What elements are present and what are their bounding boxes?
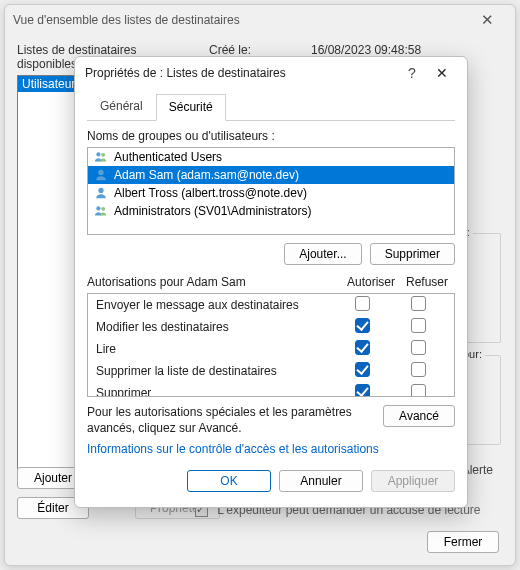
allow-checkbox[interactable] xyxy=(355,384,370,397)
permissions-for-label: Autorisations pour Adam Sam xyxy=(87,275,343,289)
group-icon xyxy=(94,204,108,218)
permissions-list: Envoyer le message aux destinatairesModi… xyxy=(87,293,455,397)
permission-row: Modifier les destinataires xyxy=(88,316,454,338)
principal-row[interactable]: Adam Sam (adam.sam@note.dev) xyxy=(88,166,454,184)
tab-general[interactable]: Général xyxy=(87,93,156,120)
ok-button[interactable]: OK xyxy=(187,470,271,492)
deny-checkbox[interactable] xyxy=(411,296,426,311)
deny-checkbox[interactable] xyxy=(411,340,426,355)
acl-info-link[interactable]: Informations sur le contrôle d'accès et … xyxy=(87,442,379,456)
principal-name: Albert Tross (albert.tross@note.dev) xyxy=(114,186,307,200)
advanced-button[interactable]: Avancé xyxy=(383,405,455,427)
permission-name: Envoyer le message aux destinataires xyxy=(96,298,334,312)
permission-name: Supprimer la liste de destinataires xyxy=(96,364,334,378)
allow-checkbox[interactable] xyxy=(355,296,370,311)
svg-point-2 xyxy=(98,170,103,175)
tabstrip: Général Sécurité xyxy=(87,93,455,121)
deny-checkbox[interactable] xyxy=(411,384,426,397)
list-item[interactable]: Utilisateurs xyxy=(18,76,82,92)
user-icon xyxy=(94,168,108,182)
allow-column-header: Autoriser xyxy=(343,275,399,289)
remove-principal-button[interactable]: Supprimer xyxy=(370,243,455,265)
allow-checkbox[interactable] xyxy=(355,340,370,355)
principal-name: Adam Sam (adam.sam@note.dev) xyxy=(114,168,299,182)
help-icon[interactable]: ? xyxy=(397,65,427,81)
tab-security[interactable]: Sécurité xyxy=(156,94,226,121)
deny-column-header: Refuser xyxy=(399,275,455,289)
add-principal-button[interactable]: Ajouter... xyxy=(284,243,361,265)
svg-point-1 xyxy=(101,153,105,157)
close-icon[interactable]: ✕ xyxy=(427,65,457,81)
properties-dialog: Propriétés de : Listes de destinataires … xyxy=(74,56,468,508)
principals-label: Noms de groupes ou d'utilisateurs : xyxy=(87,129,455,143)
svg-point-4 xyxy=(96,206,100,210)
properties-titlebar: Propriétés de : Listes de destinataires … xyxy=(75,57,467,89)
parent-title: Vue d'ensemble des listes de destinatair… xyxy=(13,13,467,27)
close-button[interactable]: Fermer xyxy=(427,531,499,553)
advanced-hint: Pour les autorisations spéciales et les … xyxy=(87,405,375,436)
parent-close-icon[interactable]: ✕ xyxy=(467,11,507,29)
svg-point-3 xyxy=(98,188,103,193)
deny-checkbox[interactable] xyxy=(411,362,426,377)
permission-row: Supprimer la liste de destinataires xyxy=(88,360,454,382)
principal-row[interactable]: Authenticated Users xyxy=(88,148,454,166)
apply-button: Appliquer xyxy=(371,470,455,492)
properties-title: Propriétés de : Listes de destinataires xyxy=(85,66,397,80)
allow-checkbox[interactable] xyxy=(355,318,370,333)
permission-name: Lire xyxy=(96,342,334,356)
permission-name: Supprimer xyxy=(96,386,334,397)
principals-listbox[interactable]: Authenticated UsersAdam Sam (adam.sam@no… xyxy=(87,147,455,235)
cancel-button[interactable]: Annuler xyxy=(279,470,363,492)
permission-name: Modifier les destinataires xyxy=(96,320,334,334)
deny-checkbox[interactable] xyxy=(411,318,426,333)
user-icon xyxy=(94,186,108,200)
principal-name: Authenticated Users xyxy=(114,150,222,164)
permission-row: Envoyer le message aux destinataires xyxy=(88,294,454,316)
svg-point-5 xyxy=(101,207,105,211)
parent-titlebar: Vue d'ensemble des listes de destinatair… xyxy=(5,5,515,35)
principal-row[interactable]: Administrators (SV01\Administrators) xyxy=(88,202,454,220)
svg-point-0 xyxy=(96,152,100,156)
permission-row: Lire xyxy=(88,338,454,360)
principal-row[interactable]: Albert Tross (albert.tross@note.dev) xyxy=(88,184,454,202)
allow-checkbox[interactable] xyxy=(355,362,370,377)
principal-name: Administrators (SV01\Administrators) xyxy=(114,204,311,218)
permission-row: Supprimer xyxy=(88,382,454,397)
group-icon xyxy=(94,150,108,164)
